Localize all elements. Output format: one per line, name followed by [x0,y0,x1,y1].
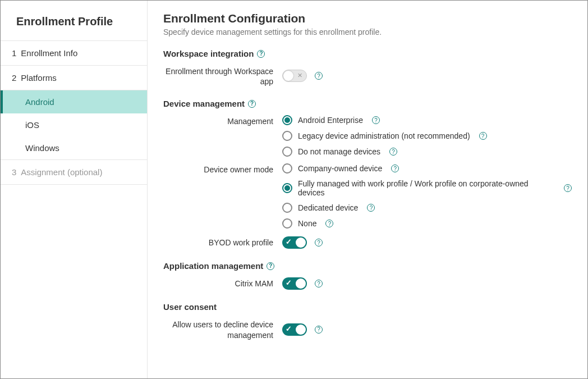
subitem-label: Windows [25,143,59,153]
radio-group-management: Android Enterprise Legacy device adminis… [282,115,572,157]
toggle-byod-work-profile[interactable] [282,236,307,249]
toggle-citrix-mam[interactable] [282,277,307,290]
sidebar-subitem-ios[interactable]: iOS [1,113,147,136]
help-icon[interactable] [372,116,380,124]
page-title: Enrollment Configuration [163,12,572,25]
step-number: 3 [12,167,16,177]
help-icon[interactable] [315,326,323,334]
step-label: Enrollment Info [21,48,77,58]
help-icon[interactable] [315,239,323,246]
step-label: Assignment (optional) [21,167,102,177]
help-icon[interactable] [325,220,333,227]
section-workspace-integration: Workspace integration [163,49,572,58]
help-icon[interactable] [315,72,323,80]
radio-group-owner-mode: Company-owned device Fully managed with … [282,163,572,229]
help-icon[interactable] [564,184,572,192]
help-icon[interactable] [257,50,265,58]
sidebar-subitem-windows[interactable]: Windows [1,136,147,159]
radio-owner-none[interactable]: None [282,218,572,229]
step-label: Platforms [21,73,56,83]
field-label-byod: BYOD work profile [163,236,282,249]
radio-company-owned[interactable]: Company-owned device [282,163,572,173]
step-number: 2 [12,73,16,83]
field-label-allow-decline: Allow users to decline device management [163,318,282,340]
radio-legacy-device-admin[interactable]: Legacy device administration (not recomm… [282,131,572,141]
field-label-device-owner-mode: Device owner mode [163,163,282,229]
radio-fully-managed[interactable]: Fully managed with work profile / Work p… [282,179,572,197]
toggle-enrollment-workspace[interactable]: ✕ [282,70,307,82]
help-icon[interactable] [479,132,487,140]
field-label-management: Management [163,115,282,157]
radio-dedicated-device[interactable]: Dedicated device [282,203,572,213]
toggle-allow-decline[interactable] [282,323,307,336]
help-icon[interactable] [315,280,323,287]
help-icon[interactable] [248,100,256,108]
step-number: 1 [12,48,16,58]
field-label-enrollment-workspace: Enrollment through Workspace app [163,65,282,86]
help-icon[interactable] [391,165,399,172]
subitem-label: iOS [25,120,39,130]
section-application-management: Application management [163,261,572,271]
page-subtitle: Specify device management settings for t… [163,28,572,36]
sidebar: Enrollment Profile 1 Enrollment Info 2 P… [1,1,148,378]
radio-do-not-manage[interactable]: Do not manage devices [282,147,572,157]
help-icon[interactable] [267,262,274,270]
radio-android-enterprise[interactable]: Android Enterprise [282,115,572,125]
subitem-label: Android [25,97,54,107]
section-user-consent: User consent [163,302,572,312]
help-icon[interactable] [389,148,397,156]
field-label-citrix-mam: Citrix MAM [163,277,282,290]
sidebar-step-assignment[interactable]: 3 Assignment (optional) [1,159,147,185]
help-icon[interactable] [367,204,375,212]
sidebar-step-platforms[interactable]: 2 Platforms [1,66,147,90]
sidebar-subitem-android[interactable]: Android [1,90,147,113]
section-device-management: Device management [163,99,572,108]
main-content: Enrollment Configuration Specify device … [148,1,587,378]
sidebar-step-enrollment-info[interactable]: 1 Enrollment Info [1,41,147,66]
sidebar-title: Enrollment Profile [1,1,147,41]
